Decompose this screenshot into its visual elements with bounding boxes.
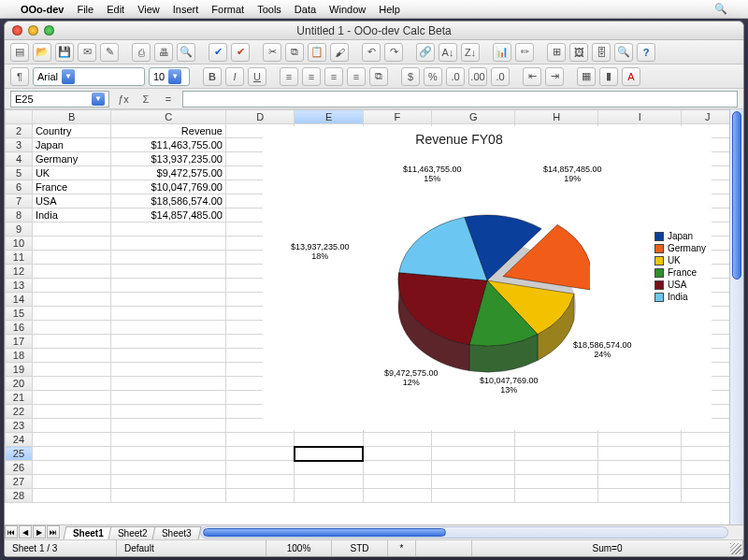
cell-C19[interactable]: [111, 363, 225, 377]
cell-B12[interactable]: [32, 265, 111, 279]
cell-F24[interactable]: [363, 433, 431, 447]
row-header-18[interactable]: 18: [6, 349, 33, 363]
sheet-tab-sheet3[interactable]: Sheet3: [151, 526, 201, 539]
export-pdf-icon[interactable]: ⎙: [132, 43, 151, 62]
status-sum[interactable]: Sum=0: [472, 540, 743, 556]
col-header-D[interactable]: D: [225, 110, 294, 124]
percent-icon[interactable]: %: [424, 67, 442, 86]
cell-G24[interactable]: [432, 433, 515, 447]
row-header-14[interactable]: 14: [6, 293, 33, 307]
cut-icon[interactable]: ✂: [263, 43, 281, 62]
menu-window[interactable]: Window: [329, 4, 366, 15]
cell-B21[interactable]: [32, 391, 111, 405]
embedded-chart[interactable]: Revenue FY08 JapanGermanyUKFranceUSAIndi…: [263, 126, 712, 430]
cell-B23[interactable]: [32, 419, 111, 433]
row-header-25[interactable]: 25: [6, 447, 33, 461]
cell-H27[interactable]: [515, 475, 598, 489]
cell-C21[interactable]: [111, 391, 225, 405]
cell-B15[interactable]: [32, 307, 111, 321]
autospell-icon[interactable]: ✔: [231, 43, 250, 62]
cell-C16[interactable]: [111, 321, 225, 335]
datasources-icon[interactable]: 🗄: [592, 43, 611, 62]
font-size-combo[interactable]: 10 ▼: [149, 67, 190, 86]
cell-C2[interactable]: Revenue: [111, 124, 225, 138]
undo-icon[interactable]: ↶: [362, 43, 381, 62]
cell-C11[interactable]: [111, 251, 225, 265]
col-header-F[interactable]: F: [363, 110, 431, 124]
cell-B17[interactable]: [32, 335, 111, 349]
row-header-3[interactable]: 3: [6, 138, 33, 152]
cell-F25[interactable]: [363, 447, 431, 461]
row-header-20[interactable]: 20: [6, 377, 33, 391]
email-icon[interactable]: ✉: [78, 43, 96, 62]
preview-icon[interactable]: 🔍: [177, 43, 195, 62]
cell-C18[interactable]: [111, 349, 225, 363]
sort-desc-icon[interactable]: Z↓: [461, 43, 480, 62]
cell-F28[interactable]: [363, 489, 431, 503]
tab-next-icon[interactable]: ▶: [33, 525, 46, 538]
row-header-12[interactable]: 12: [6, 265, 33, 279]
select-all-corner[interactable]: [6, 110, 33, 124]
currency-icon[interactable]: $: [401, 67, 420, 86]
cell-C25[interactable]: [111, 447, 225, 461]
menu-help[interactable]: Help: [379, 4, 400, 15]
open-icon[interactable]: 📂: [33, 43, 51, 62]
row-header-27[interactable]: 27: [6, 475, 33, 489]
cell-I27[interactable]: [598, 475, 682, 489]
cell-B9[interactable]: [32, 223, 111, 237]
align-justify-icon[interactable]: ≡: [347, 67, 366, 86]
row-header-6[interactable]: 6: [6, 180, 33, 194]
cell-C15[interactable]: [111, 307, 225, 321]
cell-G26[interactable]: [432, 461, 515, 475]
cell-D27[interactable]: [225, 475, 294, 489]
merge-cells-icon[interactable]: ⧉: [369, 67, 388, 86]
cell-B27[interactable]: [32, 475, 111, 489]
cell-J26[interactable]: [682, 461, 734, 475]
cell-B18[interactable]: [32, 349, 111, 363]
menu-data[interactable]: Data: [295, 4, 316, 15]
cell-C22[interactable]: [111, 405, 225, 419]
cell-C5[interactable]: $9,472,575.00: [111, 166, 225, 180]
cell-G25[interactable]: [432, 447, 515, 461]
hyperlink-icon[interactable]: 🔗: [416, 43, 435, 62]
status-insert-mode[interactable]: STD: [332, 540, 388, 556]
titlebar[interactable]: Untitled 1 - OOo-dev Calc Beta: [5, 22, 743, 40]
cell-J24[interactable]: [682, 433, 734, 447]
cell-G28[interactable]: [432, 489, 515, 503]
bold-button[interactable]: B: [203, 67, 222, 86]
redo-icon[interactable]: ↷: [384, 43, 403, 62]
tab-first-icon[interactable]: ⏮: [5, 525, 18, 538]
row-header-9[interactable]: 9: [6, 223, 33, 237]
cell-C26[interactable]: [111, 461, 225, 475]
font-name-combo[interactable]: Arial ▼: [33, 67, 145, 86]
cell-D26[interactable]: [225, 461, 294, 475]
cell-E24[interactable]: [295, 433, 363, 447]
row-header-23[interactable]: 23: [6, 419, 33, 433]
cell-C8[interactable]: $14,857,485.00: [111, 208, 225, 223]
cell-B25[interactable]: [32, 447, 111, 461]
cell-C14[interactable]: [111, 293, 225, 307]
cell-B19[interactable]: [32, 363, 111, 377]
cell-D25[interactable]: [225, 447, 294, 461]
cell-B8[interactable]: India: [32, 208, 111, 223]
cell-C23[interactable]: [111, 419, 225, 433]
cell-C24[interactable]: [111, 433, 225, 447]
cell-C3[interactable]: $11,463,755.00: [111, 138, 225, 152]
row-header-24[interactable]: 24: [6, 433, 33, 447]
row-header-28[interactable]: 28: [6, 489, 33, 503]
sort-asc-icon[interactable]: A↓: [439, 43, 457, 62]
cell-B24[interactable]: [32, 433, 111, 447]
zoom-icon[interactable]: 🔍: [614, 43, 633, 62]
col-header-C[interactable]: C: [111, 110, 225, 124]
col-header-G[interactable]: G: [432, 110, 515, 124]
row-header-26[interactable]: 26: [6, 461, 33, 475]
resize-handle-icon[interactable]: [730, 543, 741, 554]
vscroll-thumb[interactable]: [732, 111, 741, 280]
cell-H28[interactable]: [515, 489, 598, 503]
name-box[interactable]: E25 ▼: [10, 91, 109, 108]
new-doc-icon[interactable]: ▤: [10, 43, 29, 62]
status-zoom[interactable]: 100%: [266, 540, 332, 556]
col-header-J[interactable]: J: [682, 110, 734, 124]
cell-B16[interactable]: [32, 321, 111, 335]
align-center-icon[interactable]: ≡: [302, 67, 321, 86]
